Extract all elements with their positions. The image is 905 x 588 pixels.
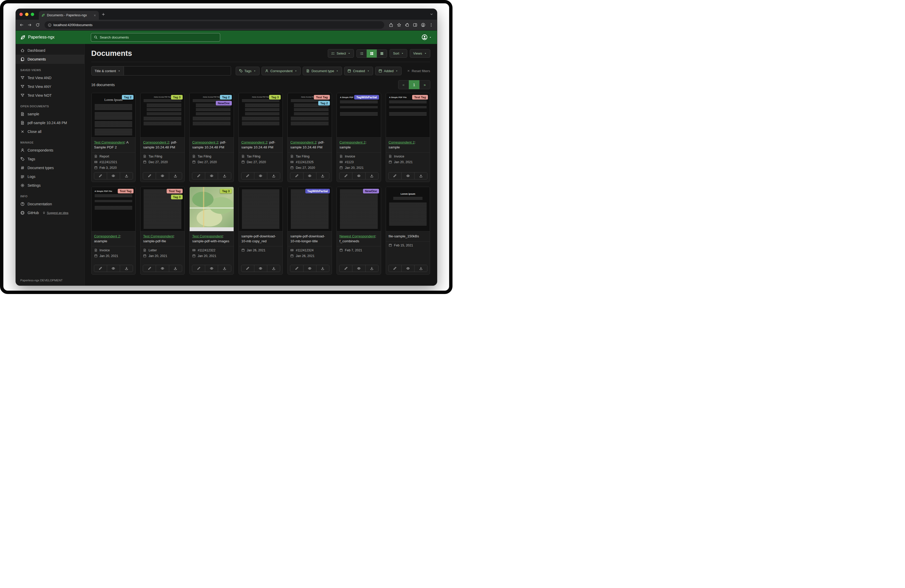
tag-badge-newone[interactable]: NewOne — [216, 101, 232, 106]
list-view-button[interactable] — [357, 49, 367, 58]
document-correspondent-link[interactable]: Test Correspondent — [94, 140, 125, 144]
document-thumbnail[interactable]: Lorem ipsum — [386, 187, 430, 231]
edit-document-button[interactable] — [143, 265, 156, 272]
bookmark-star-icon[interactable] — [397, 23, 401, 27]
sidebar-item-documentation[interactable]: Documentation — [16, 200, 84, 208]
select-button[interactable]: Select — [328, 49, 354, 58]
preview-document-button[interactable] — [402, 173, 414, 179]
sidebar-item-close-all[interactable]: Close all — [16, 127, 84, 136]
document-card[interactable]: A Simple PDF FileTest TagCorrespondent 2… — [386, 93, 430, 182]
close-window-button[interactable] — [19, 13, 23, 16]
download-document-button[interactable] — [120, 173, 133, 179]
document-card[interactable]: Tag 3Test Correspondent: sample-pdf-with… — [189, 187, 234, 274]
browser-tab[interactable]: Documents - Paperless-ngx — [39, 11, 99, 20]
edit-document-button[interactable] — [94, 265, 107, 272]
download-document-button[interactable] — [365, 173, 378, 179]
download-document-button[interactable] — [218, 265, 231, 272]
preview-document-button[interactable] — [352, 173, 365, 179]
sidebar-item-document-types[interactable]: Document types — [16, 163, 84, 172]
filter-correspondent-button[interactable]: Correspondent — [262, 67, 301, 75]
sidebar-item-documents[interactable]: Documents — [16, 55, 84, 63]
document-card[interactable]: Adobe Acrobat PDF FilesTag 2NewOneCorres… — [189, 93, 234, 182]
tag-badge-tag-3[interactable]: Tag 3 — [171, 95, 183, 100]
document-thumbnail[interactable]: Test TagTag 3 — [140, 187, 184, 231]
sort-button[interactable]: Sort — [390, 49, 407, 58]
tag-badge-tagwithpartial[interactable]: TagWithPartial — [354, 95, 379, 100]
edit-document-button[interactable] — [290, 265, 303, 272]
document-card[interactable]: Adobe Acrobat PDF FilesTest TagTag 2Corr… — [287, 93, 332, 182]
tag-badge-test-tag[interactable]: Test Tag — [412, 95, 428, 100]
filter-document-type-button[interactable]: Document type — [303, 67, 342, 75]
site-info-icon[interactable] — [48, 23, 51, 27]
edit-document-button[interactable] — [143, 173, 156, 179]
search-input[interactable] — [100, 35, 217, 39]
preview-document-button[interactable] — [205, 265, 218, 272]
document-card[interactable]: Adobe Acrobat PDF FilesTag 3Corresponden… — [238, 93, 283, 182]
filter-tags-button[interactable]: Tags — [236, 67, 259, 75]
document-thumbnail[interactable]: Adobe Acrobat PDF FilesTag 3 — [140, 93, 184, 138]
document-thumbnail[interactable]: TagWithPartial — [288, 187, 332, 231]
sidebar-item-tags[interactable]: Tags — [16, 155, 84, 163]
preview-document-button[interactable] — [156, 173, 169, 179]
document-card[interactable]: sample-pdf-download-10-mb copy_redJan 26… — [238, 187, 283, 274]
document-card[interactable]: NewOneNewest Correspondent: f_combinedsF… — [337, 187, 381, 274]
sidebar-item-test-view-any[interactable]: Test View ANY — [16, 82, 84, 91]
app-brand[interactable]: Paperless-ngx — [16, 35, 84, 40]
document-correspondent-link[interactable]: Correspondent 2 — [143, 140, 169, 144]
preview-document-button[interactable] — [107, 173, 120, 179]
document-correspondent-link[interactable]: Correspondent 2 — [192, 140, 218, 144]
sidebar-item-logs[interactable]: Logs — [16, 172, 84, 181]
filter-created-button[interactable]: Created — [344, 67, 373, 75]
document-correspondent-link[interactable]: Correspondent 2 — [94, 234, 120, 238]
document-thumbnail[interactable]: Tag 3 — [190, 187, 233, 231]
tag-badge-tag-3[interactable]: Tag 3 — [269, 95, 281, 100]
edit-document-button[interactable] — [290, 173, 303, 179]
document-card[interactable]: Adobe Acrobat PDF FilesTag 3Corresponden… — [140, 93, 185, 182]
document-thumbnail[interactable]: Lorem IpsumTag 2 — [92, 93, 136, 138]
back-button[interactable] — [19, 23, 24, 27]
side-panel-icon[interactable] — [413, 23, 417, 27]
browser-menu-icon[interactable] — [429, 23, 433, 27]
global-search[interactable] — [91, 33, 220, 42]
new-tab-button[interactable] — [102, 13, 105, 16]
tag-badge-tagwithpartial[interactable]: TagWithPartial — [305, 189, 330, 193]
zoom-window-button[interactable] — [31, 13, 34, 16]
sidebar-item-test-view-and[interactable]: Test View AND — [16, 73, 84, 82]
download-document-button[interactable] — [120, 265, 133, 272]
sidebar-item-correspondents[interactable]: Correspondents — [16, 146, 84, 155]
preview-document-button[interactable] — [303, 265, 316, 272]
extensions-puzzle-icon[interactable] — [405, 23, 409, 27]
download-document-button[interactable] — [365, 265, 378, 272]
document-thumbnail[interactable]: A Simple PDF FileTest Tag — [92, 187, 136, 231]
document-card[interactable]: TagWithPartialsample-pdf-download-10-mb-… — [287, 187, 332, 274]
preview-document-button[interactable] — [352, 265, 365, 272]
document-thumbnail[interactable]: Adobe Acrobat PDF FilesTag 2NewOne — [190, 93, 233, 138]
preview-document-button[interactable] — [402, 265, 414, 272]
sidebar-item-sample[interactable]: sample — [16, 109, 84, 119]
document-correspondent-link[interactable]: Newest Correspondent — [340, 234, 375, 238]
sidebar-item-test-view-not[interactable]: Test View NOT — [16, 91, 84, 100]
edit-document-button[interactable] — [192, 173, 205, 179]
edit-document-button[interactable] — [340, 173, 352, 179]
sidebar-item-github[interactable]: GitHub — [21, 211, 39, 215]
pagination-previous-button[interactable]: « — [398, 80, 409, 89]
tag-badge-tag-2[interactable]: Tag 2 — [122, 95, 133, 100]
filter-query-input[interactable] — [124, 66, 231, 76]
edit-document-button[interactable] — [340, 265, 352, 272]
document-correspondent-link[interactable]: Test Correspondent — [192, 234, 223, 238]
edit-document-button[interactable] — [94, 173, 107, 179]
minimize-window-button[interactable] — [25, 13, 29, 16]
user-menu[interactable] — [421, 34, 437, 40]
document-card[interactable]: A Simple PDF FileTest TagCorrespondent 2… — [91, 187, 136, 274]
download-document-button[interactable] — [414, 173, 427, 179]
preview-document-button[interactable] — [254, 265, 267, 272]
document-thumbnail[interactable]: A Simple PDF FileTest Tag — [386, 93, 430, 138]
document-correspondent-link[interactable]: Correspondent 2 — [340, 140, 365, 144]
document-thumbnail[interactable] — [239, 187, 283, 231]
download-document-button[interactable] — [316, 265, 329, 272]
filter-added-button[interactable]: Added — [375, 67, 402, 75]
sidebar-item-settings[interactable]: Settings — [16, 181, 84, 190]
download-document-button[interactable] — [218, 173, 231, 179]
document-title[interactable]: sample-pdf-download-10-mb copy_red — [241, 234, 276, 243]
share-icon[interactable] — [389, 23, 393, 27]
